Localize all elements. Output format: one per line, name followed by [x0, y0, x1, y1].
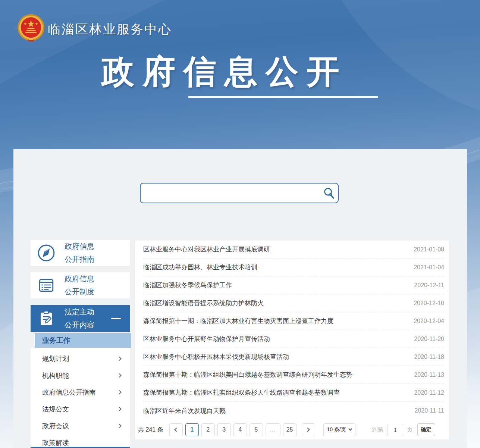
- next-page-button[interactable]: [302, 423, 315, 436]
- sidebar-item-statutory-disclosure[interactable]: 法定主动 公开内容: [31, 305, 130, 332]
- sidebar-subitem-policy-interpretation[interactable]: 政策解读: [31, 434, 130, 448]
- chevron-right-icon: [117, 390, 122, 395]
- page-title: 政府信息公开: [101, 50, 348, 94]
- document-lines-icon: [37, 276, 56, 295]
- sidebar-item-public-info-system[interactable]: 政府信息 公开制度: [31, 272, 130, 298]
- search-input[interactable]: [141, 184, 320, 203]
- news-row: 临淄区加强秋冬季候鸟保护工作 2020-12-11: [143, 276, 444, 294]
- news-date: 2020-11-18: [414, 354, 444, 360]
- news-link[interactable]: 临淄区加强秋冬季候鸟保护工作: [143, 281, 232, 289]
- page-size-select[interactable]: 10 条/页: [323, 423, 355, 436]
- compass-icon: [37, 244, 56, 262]
- search-button[interactable]: [320, 185, 338, 202]
- chevron-right-icon: [305, 427, 310, 432]
- minus-icon[interactable]: [111, 318, 121, 319]
- chevron-right-icon: [117, 407, 122, 411]
- news-link[interactable]: 区林业服务中心开展野生动物保护月宣传活动: [143, 335, 270, 343]
- clipboard-pencil-icon: [37, 309, 56, 328]
- site-name: 临淄区林业服务中心: [48, 21, 172, 38]
- news-date: 2021-01-04: [414, 264, 444, 271]
- goto-suffix-label: 页: [407, 426, 413, 434]
- more-pages-button[interactable]: ...: [266, 423, 280, 436]
- news-link[interactable]: 森保简报第十期：临淄区组织美国白蛾越冬基数调查综合研判明年发生态势: [143, 370, 352, 379]
- sidebar-subitem-functions[interactable]: 机构职能: [31, 367, 130, 384]
- chevron-down-icon: [348, 427, 352, 431]
- news-row: 区林业服务中心对我区林业产业开展摸底调研 2021-01-08: [143, 241, 444, 259]
- goto-page-group: 到第 页 确定: [372, 423, 435, 436]
- news-list-card: 区林业服务中心对我区林业产业开展摸底调研 2021-01-08 临淄区成功举办园…: [135, 241, 449, 439]
- news-date: 2020-12-10: [414, 300, 444, 307]
- government-info-page: 临淄区林业服务中心 政府信息公开: [0, 0, 480, 448]
- sidebar-item-label: 政府信息 公开制度: [65, 272, 94, 298]
- page-button-4[interactable]: 4: [233, 423, 247, 436]
- news-link[interactable]: 森保简报第十一期：临淄区加大林业有害生物灾害面上巡查工作力度: [143, 317, 333, 325]
- total-count-label: 共 241 条: [138, 426, 163, 434]
- news-date: 2020-11-13: [414, 372, 444, 378]
- sidebar-subitem-regulations[interactable]: 法规公文: [31, 401, 130, 417]
- sidebar-subitem-business-work-active[interactable]: 业务工作: [35, 333, 131, 348]
- news-link[interactable]: 临淄区成功举办园林、林业专业技术培训: [143, 263, 257, 272]
- content-panel: 政府信息 公开指南 政府信息 公开制度: [13, 149, 467, 448]
- sidebar-subitem-info-guide[interactable]: 政府信息公开指南: [31, 384, 130, 401]
- chevron-left-icon: [174, 427, 178, 432]
- page-button-1[interactable]: 1: [185, 423, 199, 436]
- news-link[interactable]: 临淄区增设智能语音提示系统助力护林防火: [143, 299, 264, 307]
- news-date: 2020-11-11: [415, 407, 444, 414]
- news-link[interactable]: 森保简报第九期：临淄区扎实组织双条杉天牛线路调查和越冬基数调查: [143, 388, 340, 397]
- chevron-right-icon: [117, 373, 122, 378]
- news-date: 2020-11-12: [414, 389, 444, 396]
- news-date: 2020-12-11: [414, 282, 444, 289]
- news-row: 区林业服务中心积极开展林木采伐更新现场核查活动 2020-11-18: [143, 348, 444, 366]
- prev-page-button[interactable]: [169, 423, 183, 436]
- page-button-2[interactable]: 2: [201, 423, 215, 436]
- national-emblem-icon: [16, 14, 46, 43]
- news-row: 临淄区近年来首次发现白天鹅 2020-11-11: [143, 402, 444, 420]
- news-date: 2020-12-04: [414, 318, 444, 325]
- sidebar-submenu: 规划计划 机构职能 政府信息公开指南 法规公文 政府会议 政策解读: [31, 348, 130, 448]
- search-box: [140, 183, 339, 203]
- sidebar-item-label: 法定主动 公开内容: [65, 306, 94, 332]
- news-row: 森保简报第十期：临淄区组织美国白蛾越冬基数调查综合研判明年发生态势 2020-1…: [143, 366, 444, 384]
- pagination-bar: 共 241 条 1 2 3 4 5 ... 25 10 条/页 到第 页: [138, 423, 435, 436]
- news-row: 区林业服务中心开展野生动物保护月宣传活动 2020-11-20: [143, 330, 444, 348]
- sidebar-subitem-meetings[interactable]: 政府会议: [31, 417, 130, 434]
- page-button-3[interactable]: 3: [217, 423, 231, 436]
- news-row: 森保简报第九期：临淄区扎实组织双条杉天牛线路调查和越冬基数调查 2020-11-…: [143, 384, 444, 402]
- goto-prefix-label: 到第: [372, 426, 384, 434]
- news-link[interactable]: 临淄区近年来首次发现白天鹅: [143, 407, 226, 415]
- sidebar-item-public-info-guide[interactable]: 政府信息 公开指南: [31, 240, 130, 266]
- news-row: 临淄区成功举办园林、林业专业技术培训 2021-01-04: [143, 259, 444, 276]
- chevron-right-icon: [117, 356, 122, 361]
- news-row: 临淄区增设智能语音提示系统助力护林防火 2020-12-10: [143, 294, 444, 312]
- news-date: 2021-01-08: [414, 246, 444, 253]
- chevron-right-icon: [117, 423, 122, 428]
- active-subitem-label: 业务工作: [42, 336, 70, 345]
- goto-page-input[interactable]: [388, 424, 403, 436]
- news-link[interactable]: 区林业服务中心对我区林业产业开展摸底调研: [143, 245, 270, 254]
- search-icon: [322, 187, 336, 200]
- sidebar-subitem-planning[interactable]: 规划计划: [31, 350, 130, 367]
- sidebar-item-label: 政府信息 公开指南: [65, 240, 94, 266]
- confirm-button[interactable]: 确定: [417, 423, 435, 436]
- news-row: 森保简报第十一期：临淄区加大林业有害生物灾害面上巡查工作力度 2020-12-0…: [143, 312, 444, 330]
- page-button-5[interactable]: 5: [250, 423, 263, 436]
- news-link[interactable]: 区林业服务中心积极开展林木采伐更新现场核查活动: [143, 353, 289, 361]
- news-date: 2020-11-20: [414, 336, 444, 342]
- title-underline: [188, 96, 378, 98]
- page-button-25[interactable]: 25: [283, 423, 297, 436]
